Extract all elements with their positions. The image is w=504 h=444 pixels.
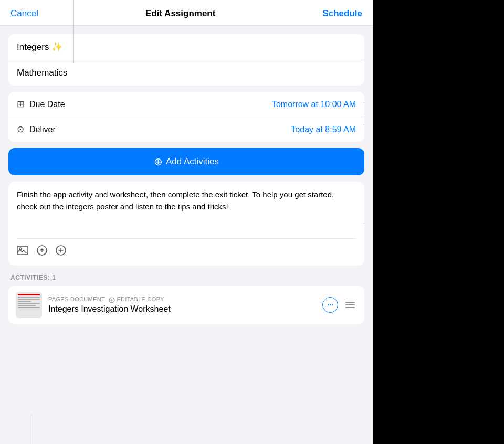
notes-toolbar xyxy=(17,238,356,258)
editable-copy-badge: EDITABLE COPY xyxy=(109,296,164,302)
due-date-value: Tomorrow at 10:00 AM xyxy=(272,100,356,109)
activity-type-text: PAGES DOCUMENT xyxy=(48,296,105,302)
hamburger-line-1 xyxy=(345,302,355,303)
assignment-title-field[interactable]: Integers ✨ xyxy=(8,34,364,60)
hamburger-line-3 xyxy=(345,307,355,308)
nav-bar: Cancel Edit Assignment Schedule xyxy=(0,0,373,26)
page-title: Edit Assignment xyxy=(145,8,216,19)
svg-point-7 xyxy=(332,304,333,305)
assignment-title-card: Integers ✨ Mathematics xyxy=(8,34,364,86)
notes-card: Finish the app activity and worksheet, t… xyxy=(8,182,364,266)
assignment-subject-text: Mathematics xyxy=(17,68,67,78)
deliver-row[interactable]: ⊙ Deliver Today at 8:59 AM xyxy=(8,117,364,142)
deliver-value: Today at 8:59 AM xyxy=(291,125,356,134)
activities-count-label: ACTIVITIES: 1 xyxy=(8,274,364,286)
calendar-icon: ⊞ xyxy=(17,99,24,110)
activity-thumbnail xyxy=(16,292,42,318)
add-activities-label: Add Activities xyxy=(166,156,219,167)
activity-item: PAGES DOCUMENT EDITABLE COPY Integers In… xyxy=(8,286,364,324)
dates-card: ⊞ Due Date Tomorrow at 10:00 AM ⊙ Delive… xyxy=(8,92,364,142)
cancel-button[interactable]: Cancel xyxy=(10,8,38,19)
activities-section: ACTIVITIES: 1 PAGES DOCUMENT xyxy=(8,274,364,324)
due-date-row[interactable]: ⊞ Due Date Tomorrow at 10:00 AM xyxy=(8,92,364,117)
due-date-label: Due Date xyxy=(29,100,65,109)
add-content-icon[interactable] xyxy=(56,245,66,258)
content-area: Integers ✨ Mathematics ⊞ Due Date Tomorr… xyxy=(0,26,373,444)
activity-more-button[interactable] xyxy=(322,297,338,313)
deliver-label: Deliver xyxy=(29,125,56,134)
hamburger-line-2 xyxy=(345,304,355,305)
activity-info: PAGES DOCUMENT EDITABLE COPY Integers In… xyxy=(48,296,316,313)
activity-name: Integers Investigation Worksheet xyxy=(48,304,316,314)
assignment-title-text: Integers ✨ xyxy=(17,42,62,52)
svg-point-5 xyxy=(328,304,329,305)
svg-point-6 xyxy=(330,304,331,305)
image-attach-icon[interactable] xyxy=(17,246,28,258)
activity-actions xyxy=(322,297,357,313)
plus-circle-icon: ⊕ xyxy=(154,156,163,167)
schedule-button[interactable]: Schedule xyxy=(322,8,362,19)
clock-icon: ⊙ xyxy=(17,124,24,135)
notes-text[interactable]: Finish the app activity and worksheet, t… xyxy=(17,189,356,234)
add-activities-button[interactable]: ⊕ Add Activities xyxy=(8,148,364,175)
activity-reorder-button[interactable] xyxy=(343,300,357,310)
upload-icon[interactable] xyxy=(37,245,47,258)
activity-type-row: PAGES DOCUMENT EDITABLE COPY xyxy=(48,296,316,303)
assignment-subject-field[interactable]: Mathematics xyxy=(8,60,364,86)
